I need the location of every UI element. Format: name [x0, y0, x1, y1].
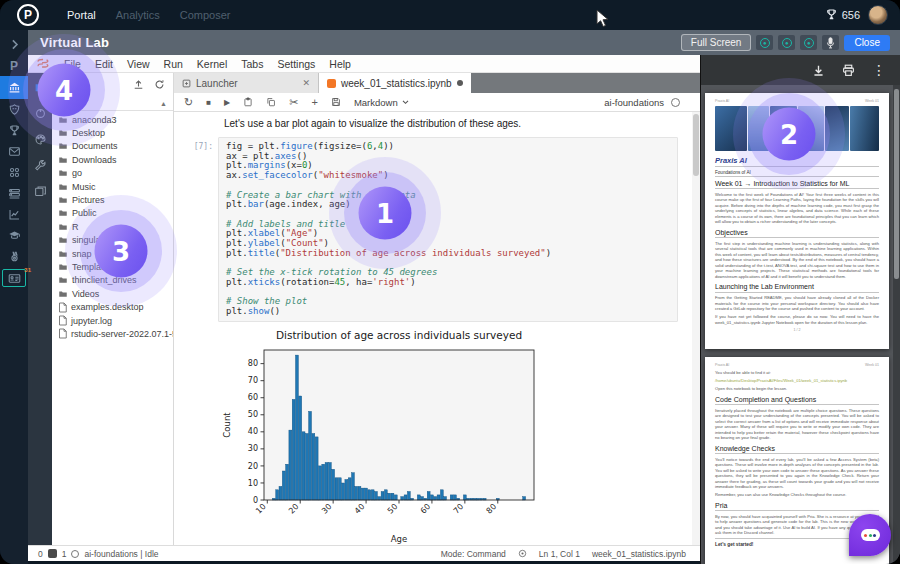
rail-bank-icon[interactable]: [0, 76, 28, 99]
activity-palette-icon[interactable]: [34, 133, 47, 146]
terminal-icon: [48, 549, 57, 558]
capture-icon[interactable]: ●: [800, 35, 817, 50]
kernel-name[interactable]: ai-foundations: [604, 97, 664, 108]
activity-running-icon[interactable]: [34, 107, 47, 120]
print-icon[interactable]: [842, 64, 855, 77]
rail-mask-icon[interactable]: [0, 99, 28, 120]
kernel-state-text[interactable]: ai-foundations | Idle: [84, 549, 158, 559]
file-row-folder[interactable]: singulari: [52, 234, 173, 247]
tab-notebook[interactable]: week_01_statistics.ipynb: [319, 73, 471, 93]
cursor-position[interactable]: Ln 1, Col 1: [539, 549, 580, 559]
rail-medal-icon[interactable]: [0, 246, 28, 267]
svg-text:60: 60: [248, 393, 258, 402]
more-options-icon[interactable]: ⋮: [872, 62, 886, 78]
kernel-count[interactable]: 1: [62, 549, 67, 559]
stop-icon[interactable]: ■: [206, 98, 211, 107]
status-right: Mode: Command Ln 1, Col 1 week_01_statis…: [441, 549, 690, 559]
menu-view[interactable]: View: [127, 58, 150, 70]
pria-chat-button[interactable]: [849, 514, 891, 556]
tab-launcher[interactable]: Launcher✕: [174, 73, 319, 93]
rail-id-card-icon[interactable]: 31: [2, 269, 26, 287]
fullscreen-button[interactable]: Full Screen: [681, 34, 752, 51]
file-row-folder[interactable]: R: [52, 220, 173, 233]
refresh-icon[interactable]: [154, 76, 165, 94]
terminal-count[interactable]: 0: [38, 549, 43, 559]
file-row-file[interactable]: examples.desktop: [52, 300, 173, 313]
notebook-content[interactable]: Let's use a bar plot again to visualize …: [174, 112, 700, 545]
file-row-folder[interactable]: snap: [52, 247, 173, 260]
kernel-status-icon[interactable]: [671, 98, 680, 107]
file-row-file[interactable]: rstudio-server-2022.07.1-5: [52, 327, 173, 340]
file-row-folder[interactable]: go: [52, 167, 173, 180]
file-row-folder[interactable]: Templates: [52, 260, 173, 273]
rail-mail-icon[interactable]: [0, 141, 28, 162]
points-indicator[interactable]: 656: [825, 8, 860, 23]
pdf-page-1: Praxis AIWeek 01Praxis AIFoundations of …: [705, 93, 889, 349]
cell-type-dropdown[interactable]: Markdown: [354, 97, 409, 108]
activity-folder-icon[interactable]: [34, 81, 47, 94]
run-icon[interactable]: ▶: [224, 98, 230, 107]
file-row-folder[interactable]: Pictures: [52, 193, 173, 206]
save-icon[interactable]: [331, 97, 341, 107]
rail-list-icon[interactable]: [0, 183, 28, 204]
svg-text:30: 30: [248, 444, 258, 453]
file-row-folder[interactable]: thinclient_drives: [52, 274, 173, 287]
file-name: jupyter.log: [71, 316, 112, 326]
nav-composer[interactable]: Composer: [180, 9, 231, 21]
file-browser: ▲ anaconda3DesktopDocumentsDownloadsgoMu…: [52, 73, 174, 545]
rail-p-letter-icon[interactable]: P: [0, 55, 28, 76]
file-row-folder[interactable]: Downloads: [52, 153, 173, 166]
microphone-button[interactable]: [822, 35, 839, 50]
file-row-folder[interactable]: anaconda3: [52, 113, 173, 126]
upload-icon[interactable]: [133, 76, 144, 94]
portal-nav: PortalAnalyticsComposer: [67, 9, 231, 21]
markdown-cell[interactable]: Let's use a bar plot again to visualize …: [174, 115, 700, 137]
file-row-folder[interactable]: Videos: [52, 287, 173, 300]
menu-kernel[interactable]: Kernel: [197, 58, 227, 70]
copy-icon[interactable]: [266, 97, 276, 107]
screen-record-icon[interactable]: ●: [778, 35, 795, 50]
file-sort-header[interactable]: ▲: [52, 97, 173, 111]
close-button[interactable]: Close: [844, 35, 890, 51]
jupyter-activity-bar: [28, 73, 52, 545]
rail-chevron-right-icon[interactable]: [0, 34, 28, 55]
file-row-folder[interactable]: Public: [52, 207, 173, 220]
restart-kernel-icon[interactable]: ↻: [184, 96, 193, 109]
session-timer-icon[interactable]: ●: [756, 35, 773, 50]
menu-edit[interactable]: Edit: [95, 58, 113, 70]
menu-settings[interactable]: Settings: [277, 58, 315, 70]
cut-icon[interactable]: ✂: [289, 96, 298, 109]
praxis-logo[interactable]: P: [17, 4, 39, 26]
rail-chart-icon[interactable]: [0, 204, 28, 225]
doc-header: Praxis AIWeek 01: [715, 363, 879, 367]
rail-graduation-cap-icon[interactable]: [0, 225, 28, 246]
pdf-pages[interactable]: Praxis AIWeek 01Praxis AIFoundations of …: [701, 85, 893, 564]
rail-apps-icon[interactable]: [0, 162, 28, 183]
file-row-folder[interactable]: Music: [52, 180, 173, 193]
code-editor[interactable]: fig = plt.figure(figsize=(6,4)) ax = plt…: [218, 137, 678, 322]
page-title: Virtual Lab: [40, 35, 109, 50]
file-name: examples.desktop: [71, 302, 144, 312]
virtual-lab-titlebar: Virtual Lab Full Screen ●●● Close: [28, 30, 900, 55]
download-icon[interactable]: [812, 64, 825, 77]
paste-icon[interactable]: [243, 97, 253, 107]
menu-tabs[interactable]: Tabs: [241, 58, 263, 70]
activity-tabs-card-icon[interactable]: [34, 185, 47, 198]
rail-trophy-icon[interactable]: [0, 120, 28, 141]
file-row-folder[interactable]: Desktop: [52, 126, 173, 139]
add-cell-icon[interactable]: +: [311, 96, 317, 108]
close-tab-icon[interactable]: ✕: [302, 78, 310, 88]
user-avatar[interactable]: [868, 5, 888, 25]
file-row-file[interactable]: jupyter.log: [52, 314, 173, 327]
nav-portal[interactable]: Portal: [67, 9, 96, 21]
jupyter-statusbar: 0 1 ai-foundations | Idle Mode: Command …: [28, 545, 700, 561]
pdf-scrollbar[interactable]: [893, 85, 900, 564]
file-row-folder[interactable]: Documents: [52, 140, 173, 153]
activity-wrench-icon[interactable]: [34, 159, 47, 172]
nav-analytics[interactable]: Analytics: [116, 9, 160, 21]
notebook-scrollbar[interactable]: [692, 112, 700, 545]
mode-indicator[interactable]: Mode: Command: [441, 549, 506, 559]
menu-file[interactable]: File: [64, 58, 81, 70]
menu-run[interactable]: Run: [164, 58, 183, 70]
menu-help[interactable]: Help: [329, 58, 351, 70]
